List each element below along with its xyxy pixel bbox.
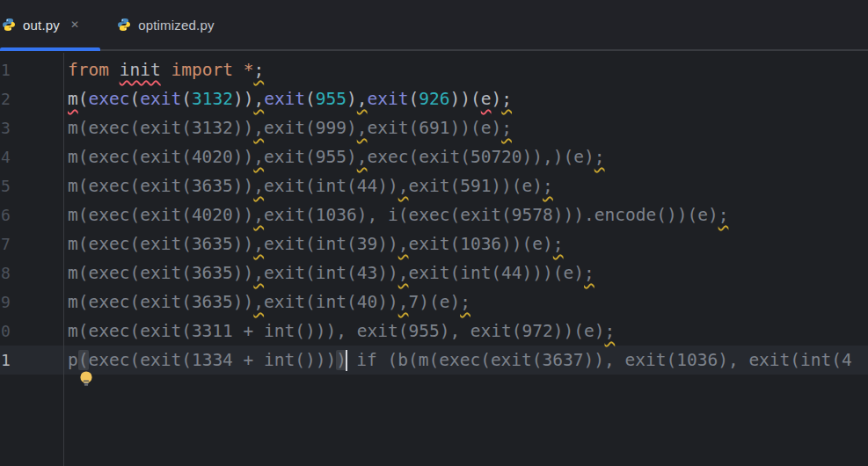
code-text: m(exec(exit(4020)),exit(955),exec(exit(5… [68,142,605,171]
line-number[interactable]: 2 [0,84,63,113]
line-number[interactable]: 4 [0,142,63,171]
code-text: m(exec(exit(4020)),exit(1036), i(exec(ex… [68,200,728,229]
editor-tab-bar: out.py ✕ optimized.py [0,0,868,51]
code-line[interactable]: 7m(exec(exit(3635)),exit(int(39)),exit(1… [0,229,868,258]
code-text: p(exec(exit(1334 + int()))) if (b(m(exec… [68,346,852,375]
line-number[interactable]: 0 [0,317,63,346]
code-line[interactable]: 3m(exec(exit(3132)),exit(999),exit(691))… [0,113,868,142]
line-number[interactable]: 9 [0,288,63,317]
gutter-separator [63,53,64,466]
tab-label: out.py [23,18,60,33]
code-line[interactable]: 9m(exec(exit(3635)),exit(int(40)),7)(e); [0,288,868,317]
code-text: m(exec(exit(3635)),exit(int(43)),exit(in… [68,258,594,288]
active-tab-underline [0,47,100,51]
tab-label: optimized.py [138,18,215,33]
code-line[interactable]: 5m(exec(exit(3635)),exit(int(44)),exit(5… [0,171,868,200]
close-tab-icon[interactable]: ✕ [70,19,79,30]
code-line[interactable]: 8m(exec(exit(3635)),exit(int(43)),exit(i… [0,258,868,288]
text-caret [346,350,347,371]
line-number[interactable]: 8 [0,258,63,288]
tab-optimized-py[interactable]: optimized.py [100,0,236,49]
line-number[interactable]: 3 [0,113,63,142]
code-text: m(exec(exit(3635)),exit(int(40)),7)(e); [68,288,470,317]
python-file-icon [2,18,16,32]
code-line[interactable]: 6m(exec(exit(4020)),exit(1036), i(exec(e… [0,200,868,229]
code-line[interactable]: 0m(exec(exit(3311 + int())), exit(955), … [0,317,868,346]
line-number[interactable]: 7 [0,229,63,258]
python-file-icon [117,18,131,32]
intention-bulb-icon[interactable] [78,370,94,386]
line-number[interactable]: 1 [0,346,63,375]
line-number[interactable]: 1 [0,55,63,84]
line-number[interactable]: 5 [0,171,63,200]
code-line[interactable]: 4m(exec(exit(4020)),exit(955),exec(exit(… [0,142,868,171]
code-line[interactable]: 1from init import *; [0,55,868,84]
code-lines: 1from init import *;2m(exec(exit(3132)),… [0,55,868,375]
code-line[interactable]: 2m(exec(exit(3132)),exit(955),exit(926))… [0,84,868,113]
code-line[interactable]: 1p(exec(exit(1334 + int()))) if (b(m(exe… [0,346,868,375]
code-text: from init import *; [68,55,264,84]
code-text: m(exec(exit(3635)),exit(int(44)),exit(59… [68,171,553,200]
tab-out-py[interactable]: out.py ✕ [0,0,100,49]
code-text: m(exec(exit(3132)),exit(999),exit(691))(… [68,113,512,142]
code-text: m(exec(exit(3635)),exit(int(39)),exit(10… [68,229,564,258]
line-number[interactable]: 6 [0,200,63,229]
code-editor[interactable]: 1from init import *;2m(exec(exit(3132)),… [0,53,868,466]
code-text: m(exec(exit(3132)),exit(955),exit(926))(… [68,84,512,113]
code-text: m(exec(exit(3311 + int())), exit(955), e… [68,317,615,346]
